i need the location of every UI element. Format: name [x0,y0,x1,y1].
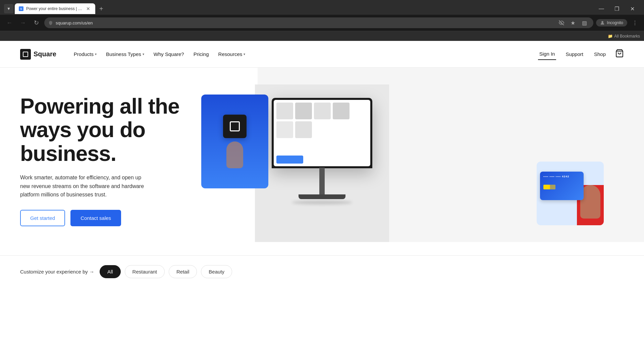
browser-tab-active[interactable]: S Power your entire business | Sq ✕ [15,3,95,14]
url-text: squarup.com/us/en [56,20,93,25]
all-bookmarks-button[interactable]: 📁 All Bookmarks [608,34,640,39]
bookmarks-bar: 📁 All Bookmarks [0,31,644,41]
website-content: Square Products ▾ Business Types ▾ Why S… [0,41,644,285]
nav-item-resources[interactable]: Resources ▾ [214,49,250,60]
sidebar-icon[interactable]: ▨ [579,18,589,28]
hero-section: Powering all the ways you do business. W… [0,68,644,242]
nav-item-pricing[interactable]: Pricing [190,49,213,60]
logo-icon-inner [23,52,28,57]
back-button[interactable]: ← [4,17,15,28]
tab-group-button[interactable]: ▼ [4,4,13,13]
more-options-icon[interactable]: ⋮ [630,18,640,28]
filter-label: Customize your experience by → [20,269,94,275]
svg-point-0 [601,21,603,23]
hero-images: •••• •••• •••• 4242 [181,88,624,242]
shop-link[interactable]: Shop [593,49,607,60]
nav-item-business-types[interactable]: Business Types ▾ [102,49,148,60]
hero-buttons: Get started Contact sales [20,210,181,226]
eye-off-icon[interactable] [556,18,567,28]
site-navigation: Square Products ▾ Business Types ▾ Why S… [0,41,644,68]
hero-content: Powering all the ways you do business. W… [20,88,181,242]
reload-button[interactable]: ↻ [31,17,42,28]
secure-icon [48,20,53,25]
chevron-down-icon: ▾ [244,52,245,56]
star-icon[interactable]: ★ [568,18,578,28]
contact-sales-button[interactable]: Contact sales [70,210,121,226]
cart-icon[interactable] [615,49,624,60]
close-button[interactable]: ✕ [625,3,640,14]
filter-chip-restaurant[interactable]: Restaurant [125,265,165,278]
sign-in-link[interactable]: Sign In [538,48,556,60]
logo-text: Square [34,50,56,58]
window-controls: — ❐ ✕ [594,3,640,14]
hero-image-reader [201,95,268,188]
filter-chip-beauty[interactable]: Beauty [201,265,232,278]
maximize-button[interactable]: ❐ [609,3,625,14]
minimize-button[interactable]: — [594,3,609,14]
support-link[interactable]: Support [564,49,585,60]
filter-bar: Customize your experience by → All Resta… [0,255,644,285]
incognito-button[interactable]: Incognito [596,19,627,26]
new-tab-button[interactable]: + [97,5,106,13]
filter-chip-all[interactable]: All [100,265,121,278]
nav-item-products[interactable]: Products ▾ [70,49,101,60]
nav-items: Products ▾ Business Types ▾ Why Square? … [70,49,538,60]
address-bar-icons: ★ ▨ [556,18,589,28]
chevron-down-icon: ▾ [143,52,144,56]
tab-favicon: S [19,6,23,11]
logo[interactable]: Square [20,49,56,60]
chevron-down-icon: ▾ [95,52,97,56]
incognito-label: Incognito [607,20,623,25]
pos-screen [272,98,372,168]
url-bar[interactable]: squarup.com/us/en ★ ▨ [44,17,593,28]
nav-right: Sign In Support Shop [538,48,624,60]
hero-image-pos [255,84,389,242]
get-started-button[interactable]: Get started [20,210,65,226]
logo-icon [20,49,31,60]
filter-chip-retail[interactable]: Retail [169,265,197,278]
browser-chrome: ▼ S Power your entire business | Sq ✕ + … [0,0,644,41]
hero-image-card: •••• •••• •••• 4242 [537,162,604,225]
nav-item-why-square[interactable]: Why Square? [150,49,188,60]
tab-title: Power your entire business | Sq [26,6,83,11]
hero-subtitle: Work smarter, automate for efficiency, a… [20,173,148,199]
address-bar: ← → ↻ squarup.com/us/en ★ ▨ Incognito ⋮ [0,15,644,31]
tab-bar: ▼ S Power your entire business | Sq ✕ + … [0,0,644,15]
square-reader-device [223,115,247,138]
hero-title: Powering all the ways you do business. [20,95,181,165]
forward-button[interactable]: → [17,17,28,28]
tab-close-button[interactable]: ✕ [85,6,91,12]
